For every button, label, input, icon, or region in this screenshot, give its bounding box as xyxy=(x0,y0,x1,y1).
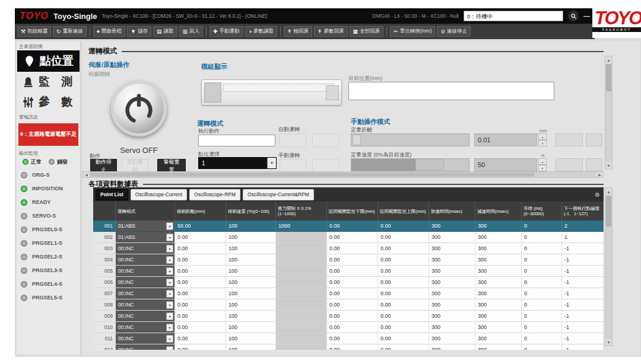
mode-dropdown[interactable]: 00:INC▾ xyxy=(116,266,175,276)
toolbar-button-6[interactable]: ▥寫入 xyxy=(179,26,204,37)
cell[interactable]: -1 xyxy=(562,333,604,344)
cell[interactable]: -1 xyxy=(562,254,604,265)
cell[interactable]: 0 xyxy=(522,221,562,231)
mode-dropdown[interactable]: 00:INC▾ xyxy=(116,311,175,321)
cell[interactable]: 300 xyxy=(475,243,522,254)
cell[interactable] xyxy=(276,243,327,254)
cell[interactable]: 300 xyxy=(429,344,475,350)
toolbar-button-8[interactable]: ◑參數讀取 xyxy=(245,26,277,37)
cell[interactable]: -1 xyxy=(562,288,604,299)
chevron-down-icon[interactable]: ▾ xyxy=(166,324,173,331)
cell[interactable]: -1 xyxy=(562,344,604,350)
cell[interactable]: 0 xyxy=(522,322,562,333)
cell[interactable]: 0.00 xyxy=(327,333,378,344)
cell[interactable]: 300 xyxy=(429,266,475,276)
speed-plus-button[interactable] xyxy=(586,158,602,171)
cell[interactable]: 0.00 xyxy=(175,232,226,242)
table-row-010[interactable]: 01000:INC▾0.001000.000.003003000-1 xyxy=(93,322,604,333)
cell[interactable]: 300 xyxy=(475,266,522,276)
mode-dropdown[interactable]: 00:INC▾ xyxy=(116,288,175,299)
cell[interactable]: 300 xyxy=(475,311,522,321)
cell[interactable]: 300 xyxy=(429,221,475,231)
cell[interactable]: 50.00 xyxy=(175,221,226,231)
chevron-down-icon[interactable]: ▾ xyxy=(166,312,173,320)
cell[interactable]: 100 xyxy=(226,243,276,254)
cell[interactable] xyxy=(276,344,327,350)
cell[interactable]: 100 xyxy=(226,254,276,265)
cell[interactable]: 0 xyxy=(522,243,562,254)
jog-distance-stepper[interactable]: ▴ ▾ xyxy=(538,133,547,146)
toolbar-button-13[interactable]: ⊘連線停止 xyxy=(437,26,471,37)
table-row-005[interactable]: 00500:INC▾0.001000.000.003003000-1 xyxy=(93,266,604,277)
table-row-009[interactable]: 00900:INC▾0.001000.000.003003000-1 xyxy=(93,311,604,322)
cell[interactable]: 0 xyxy=(522,232,562,242)
top-vertical-scrollbar[interactable]: ▲ ▼ xyxy=(605,56,613,170)
cell[interactable]: 0.00 xyxy=(327,344,378,350)
mode-dropdown[interactable]: 00:INC▾ xyxy=(116,277,175,288)
toolbar-button-9[interactable]: ↟軸回原 xyxy=(284,26,312,37)
cell[interactable]: 100 xyxy=(226,344,276,350)
cell[interactable]: 100 xyxy=(226,299,276,310)
jog-distance-value[interactable]: 0.01 xyxy=(474,133,537,146)
cell[interactable]: 0 xyxy=(522,266,562,276)
table-row-011[interactable]: 01100:INC▾0.001000.000.003003000-1 xyxy=(93,333,604,344)
cell[interactable]: 100 xyxy=(226,322,276,333)
toolbar-button-5[interactable]: ▤讀取 xyxy=(153,26,177,37)
gear-icon[interactable]: ⚙ xyxy=(595,191,600,198)
point-select-dropdown[interactable]: 1 ▾ xyxy=(198,157,277,169)
cell[interactable]: 0.00 xyxy=(327,254,378,265)
cell[interactable]: -1 xyxy=(562,266,604,276)
cell[interactable]: 1 xyxy=(562,232,604,242)
cell[interactable]: 300 xyxy=(475,322,522,333)
chevron-down-icon[interactable]: ▾ xyxy=(166,222,173,230)
cell[interactable]: 0.00 xyxy=(378,277,429,288)
cell[interactable]: 300 xyxy=(429,277,475,288)
jog-plus-button[interactable] xyxy=(586,133,602,146)
cell[interactable]: 100 xyxy=(226,277,276,288)
chevron-down-icon[interactable]: ▾ xyxy=(166,335,173,343)
cell[interactable]: 0.00 xyxy=(378,333,429,344)
chevron-down-icon[interactable]: ▾ xyxy=(166,279,173,286)
cell[interactable]: 0 xyxy=(522,254,562,265)
cell[interactable]: 100 xyxy=(226,333,276,344)
table-row-001[interactable]: 00101:ABS▾50.0010010000.000.0030030002 xyxy=(93,221,604,232)
cell[interactable] xyxy=(276,311,327,321)
chevron-down-icon[interactable]: ▾ xyxy=(166,245,173,253)
cell[interactable]: 0 xyxy=(522,333,562,344)
cell[interactable]: 300 xyxy=(475,344,522,350)
cell[interactable]: 0.00 xyxy=(327,221,378,231)
cell[interactable] xyxy=(276,277,327,288)
cell[interactable]: 0.00 xyxy=(378,232,429,242)
toolbar-button-7[interactable]: ✚手動運動 xyxy=(210,26,243,37)
cell[interactable]: 0.00 xyxy=(175,288,226,299)
cell[interactable]: 0.00 xyxy=(378,266,429,276)
cell[interactable]: 300 xyxy=(429,254,475,265)
cell[interactable]: 0.00 xyxy=(175,243,226,254)
cell[interactable] xyxy=(276,322,327,333)
cell[interactable]: 300 xyxy=(429,311,475,321)
manual-run-button-2[interactable] xyxy=(312,159,339,173)
jog-speed-value[interactable]: 50 xyxy=(474,158,537,171)
chevron-down-icon[interactable]: ▾ xyxy=(166,234,173,241)
cell[interactable]: -1 xyxy=(562,243,604,254)
cell[interactable]: -1 xyxy=(562,311,604,321)
cell[interactable]: 0.00 xyxy=(327,299,378,310)
cell[interactable]: -1 xyxy=(562,277,604,288)
cell[interactable]: 0 xyxy=(522,277,562,288)
cell[interactable]: 300 xyxy=(475,254,522,265)
cell[interactable] xyxy=(276,232,327,242)
cell[interactable]: 0.00 xyxy=(327,322,378,333)
sidebar-item-參數[interactable]: 參數 xyxy=(17,92,80,112)
auto-run-button-2[interactable] xyxy=(312,133,339,147)
cell[interactable]: 0 xyxy=(522,299,562,310)
cell[interactable] xyxy=(276,288,327,299)
cell[interactable] xyxy=(276,254,327,265)
cell[interactable]: 0.00 xyxy=(327,232,378,242)
cell[interactable]: 0.00 xyxy=(175,311,226,321)
table-row-006[interactable]: 00600:INC▾0.001000.000.003003000-1 xyxy=(93,277,604,288)
cell[interactable]: 0.00 xyxy=(378,344,429,350)
minimize-button[interactable]: — xyxy=(583,12,590,20)
cell[interactable]: 0.00 xyxy=(175,277,226,288)
cell[interactable]: 0.00 xyxy=(327,243,378,254)
cell[interactable]: 0 xyxy=(522,288,562,299)
